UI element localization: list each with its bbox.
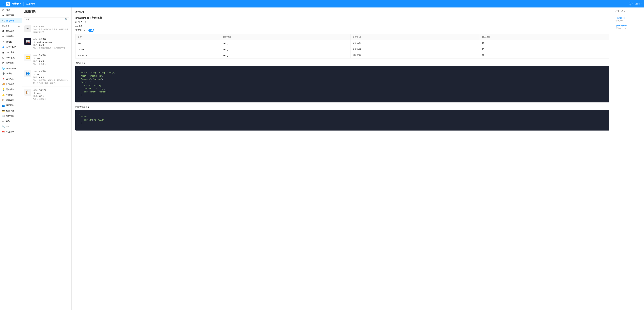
sidebar-item-today-label: 今日要事: [6, 130, 14, 133]
sidebar-item-im[interactable]: 💬 IM系统: [0, 71, 22, 76]
request-label: 请求示例：: [75, 62, 609, 64]
sidebar-item-cms-label: CMS系统: [6, 51, 14, 54]
sidebar-item-helloworld-label: HelloWorld: [6, 67, 16, 70]
app-blog-id: ID：qinglin-simple-blog: [33, 41, 69, 44]
sidebar-item-sms-label: 短信: [6, 120, 10, 123]
settings-icon[interactable]: ⚙: [18, 25, 20, 28]
sidebar-item-shouhou[interactable]: ☎ 售后系统: [0, 29, 22, 34]
api-getmanypost-desc: 查询多个文章: [616, 27, 642, 30]
sidebar-item-overview[interactable]: ⊞ 概览: [0, 8, 22, 13]
app-order-desc: 简介：暂本简介: [33, 98, 69, 100]
topbar: ≡ 清林云 ▾ 应用市场 ? Victor ▾: [0, 0, 644, 8]
sidebar-item-notify[interactable]: 🔔 系统通知: [0, 92, 22, 97]
app-order-name: 名称：订单系统: [33, 89, 69, 92]
topbar-user[interactable]: Victor ▾: [635, 3, 642, 5]
sidebar-item-app-market-label: 应用市场: [6, 19, 14, 22]
sidebar-item-appbar-label: 应用栏: [6, 40, 12, 43]
api-ru-value: 2: [85, 21, 86, 23]
sidebar-item-baidu[interactable]: ◉ 百度小程序: [0, 44, 22, 50]
yingyong-icon: ⊞: [2, 35, 5, 38]
search-icon: 🔍: [65, 18, 68, 21]
appbar-icon: ≡: [2, 40, 5, 43]
test-icon: 🔧: [2, 125, 5, 128]
sidebar-item-yingyong-label: 应用系统: [6, 35, 14, 38]
sidebar-item-shouhou-label: 售后系统: [6, 30, 14, 33]
api-sidebar-title: API 列表：: [613, 10, 644, 14]
api-sidebar-item-createpost[interactable]: createPost 创建文章: [613, 16, 644, 23]
app-item-icon-order: 📋: [24, 89, 31, 96]
sidebar-item-cms[interactable]: ▣ CMS系统: [0, 50, 22, 55]
logo-dropdown-icon[interactable]: ▾: [20, 3, 21, 5]
app-list-panel: 应用列表 🔍 SMS 组织：清林云 简介：多渠道的短信发送应用，使用你在渠道的短…: [22, 8, 72, 310]
sidebar-item-feed[interactable]: ⊟ Feed系统: [0, 55, 22, 60]
api-createpost-name: createPost: [616, 17, 642, 19]
app-item-pay[interactable]: 💳 名称：支付系统 ID：pay 组织：清林云 简介：暂无简介: [22, 52, 72, 68]
app-item-org[interactable]: 👥 名称：组织系统 ID：org 组织：清林云 简介：组织系统，对应公司、团队等…: [22, 68, 72, 87]
main-layout: ⊞ 概览 ⊞ 组织应用 🔧 应用市场 我的应用： ⚙ ☎ 售后系统 ⊞ 应用系统…: [0, 8, 644, 310]
my-apps-label: 我的应用：: [2, 25, 11, 28]
type-title: string: [221, 40, 350, 46]
sidebar-item-goods[interactable]: ⊡ 商品系统: [0, 60, 22, 66]
topbar-left: ≡ 清林云 ▾ 应用市场: [2, 2, 35, 6]
sidebar-item-today[interactable]: 📅 今日要事: [0, 129, 22, 134]
org-apps-icon: ⊞: [2, 14, 5, 17]
sidebar-item-lbs[interactable]: 📍 LBS系统: [0, 76, 22, 82]
api-getmanypost-name: getManyPost: [616, 25, 642, 27]
sidebar-item-app-market[interactable]: 🔧 应用市场: [0, 18, 22, 23]
pay-icon: 💳: [2, 109, 5, 112]
sidebar-item-appbar[interactable]: ≡ 应用栏: [0, 39, 22, 44]
app-order-id: ID：order: [33, 92, 69, 94]
sidebar-item-order[interactable]: 📋 订单系统: [0, 97, 22, 103]
logo-text: 清林云: [12, 2, 19, 5]
sidebar-item-goods-label: 商品系统: [6, 62, 14, 64]
cms-icon: ▣: [2, 51, 5, 54]
sidebar-item-blog[interactable]: 📖 简易博客: [0, 113, 22, 119]
sidebar-item-sms[interactable]: ✉ 短信: [0, 119, 22, 124]
response-code-block: { "post": { "postId": "idValue" } }: [75, 110, 609, 130]
sidebar-item-order-label: 订单系统: [6, 99, 14, 101]
sidebar-item-test[interactable]: 🔧 test: [0, 124, 22, 129]
search-input[interactable]: [26, 18, 65, 21]
app-pay-desc: 简介：暂无简介: [33, 63, 69, 66]
col-required: 是否必须: [480, 34, 609, 40]
feedback-icon: 💡: [2, 88, 5, 91]
sidebar-item-overview-label: 概览: [6, 9, 10, 12]
table-row: title string 文章标题 是: [76, 40, 609, 46]
app-item-icon-sms: SMS: [24, 25, 31, 32]
sidebar-item-org-apps-label: 组织应用: [6, 14, 14, 17]
sidebar-item-yingyong[interactable]: ⊞ 应用系统: [0, 34, 22, 39]
api-section-title: 应用API：: [75, 11, 609, 14]
api-createpost-desc: 创建文章: [616, 19, 642, 22]
sidebar-item-org[interactable]: 👥 组织系统: [0, 103, 22, 108]
sidebar-item-notify-label: 系统通知: [6, 93, 14, 96]
menu-toggle-icon[interactable]: ≡: [2, 2, 4, 6]
token-label: 需要Token：: [75, 29, 87, 32]
app-item-info-sms: 组织：清林云 简介：多渠道的短信发送应用，使用你在渠道的短信配置: [33, 25, 69, 34]
help-icon[interactable]: ?: [629, 2, 632, 6]
shouhou-icon: ☎: [2, 30, 5, 33]
request-code-block: { "appId": "qinglin-simple-blog", "api":…: [75, 66, 609, 102]
app-blog-name: 名称：简易博客: [33, 38, 69, 41]
sidebar-item-helloworld[interactable]: 🌐 HelloWorld: [0, 66, 22, 71]
user-label: Victor: [635, 3, 640, 5]
sidebar-item-logistics[interactable]: 🚚 物流系统: [0, 82, 22, 87]
sidebar-item-org-apps[interactable]: ⊞ 组织应用: [0, 13, 22, 18]
app-list-header: 应用列表: [22, 8, 72, 16]
table-row: postSecret string 创建密码 否: [76, 52, 609, 59]
sidebar-item-im-label: IM系统: [6, 72, 12, 75]
search-input-wrap[interactable]: 🔍: [24, 17, 69, 21]
logo-icon: [6, 2, 10, 6]
sidebar-item-feedback[interactable]: 💡 需求反馈: [0, 87, 22, 92]
app-sms-desc: 简介：多渠道的短信发送应用，使用你在渠道的短信配置: [33, 28, 69, 34]
sidebar-item-pay[interactable]: 💳 支付系统: [0, 108, 22, 113]
token-toggle[interactable]: [88, 29, 94, 32]
param-content: content: [76, 46, 221, 52]
api-sidebar-item-getmanypost[interactable]: getManyPost 查询多个文章: [613, 23, 644, 31]
app-item-sms[interactable]: SMS 组织：清林云 简介：多渠道的短信发送应用，使用你在渠道的短信配置: [22, 23, 72, 36]
app-item-order[interactable]: 📋 名称：订单系统 ID：order 组织：清林云 简介：暂本简介: [22, 87, 72, 103]
col-type: 数据类型: [221, 34, 350, 40]
topbar-logo: 清林云 ▾: [6, 2, 21, 6]
app-item-info-org: 名称：组织系统 ID：org 组织：清林云 简介：组织系统，对应公司、团队等组织…: [33, 70, 69, 84]
app-item-info-blog: 名称：简易博客 ID：qinglin-simple-blog 组织：清林云 简介…: [33, 38, 69, 50]
app-item-blog[interactable]: 📖 名称：简易博客 ID：qinglin-simple-blog 组织：清林云 …: [22, 36, 72, 52]
